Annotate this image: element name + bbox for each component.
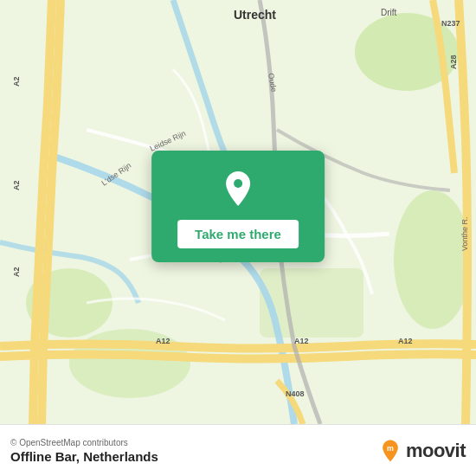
svg-text:A12: A12 [156, 337, 170, 345]
svg-text:A12: A12 [294, 337, 309, 345]
svg-point-2 [394, 190, 472, 329]
map-attribution: © OpenStreetMap contributors [10, 438, 158, 447]
location-pin-icon [217, 168, 259, 209]
navigation-card: Take me there [151, 151, 325, 262]
moovit-brand-name: moovit [406, 440, 466, 462]
location-info: © OpenStreetMap contributors Offline Bar… [10, 438, 158, 464]
svg-text:N408: N408 [286, 389, 305, 398]
moovit-logo: m moovit [378, 439, 466, 463]
svg-text:Utrecht: Utrecht [234, 8, 276, 22]
svg-point-22 [234, 179, 242, 188]
svg-text:Drift: Drift [381, 8, 397, 17]
svg-text:N237: N237 [441, 19, 460, 28]
location-label: Offline Bar, Netherlands [10, 449, 158, 464]
moovit-pin-icon: m [378, 439, 402, 463]
svg-text:A2: A2 [12, 180, 21, 190]
svg-text:Vonthe R.: Vonthe R. [460, 216, 469, 251]
svg-text:m: m [387, 444, 394, 453]
take-me-there-button[interactable]: Take me there [177, 220, 299, 248]
svg-text:A2: A2 [12, 76, 21, 87]
bottom-bar: © OpenStreetMap contributors Offline Bar… [0, 424, 476, 476]
map-container: A2 A2 A2 A12 A12 A12 N237 A28 N408 Utrec… [0, 0, 476, 424]
svg-text:A28: A28 [449, 55, 458, 69]
svg-text:A2: A2 [12, 267, 21, 277]
svg-text:A12: A12 [398, 337, 413, 345]
svg-point-5 [69, 329, 190, 398]
